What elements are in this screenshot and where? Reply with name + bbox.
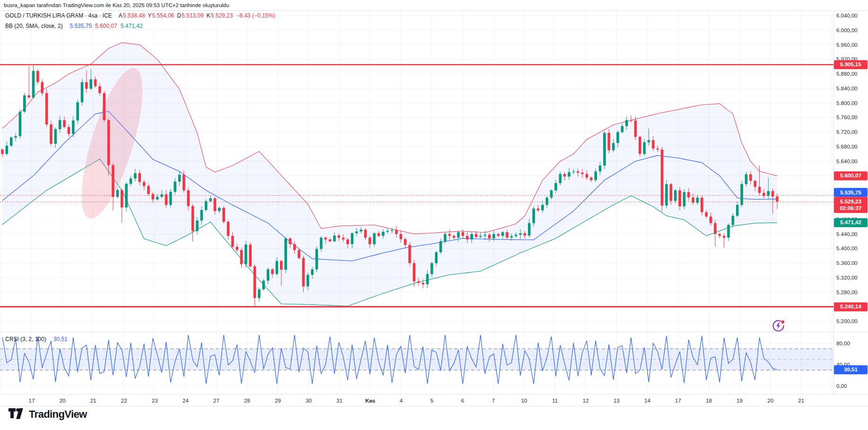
symbol-legend-item-0: GOLD / TURKISH LIRA GRAM · 4sa · ICE (5, 12, 112, 19)
price-axis-label: 5.400,00 (836, 246, 858, 251)
bb-legend-item-2: 5.600,07 (95, 23, 117, 29)
price-tag: 5.529,2302:06:37 (834, 197, 868, 213)
crsi-axis-label: 0,00 (836, 383, 847, 389)
time-axis-label: 21 (798, 398, 804, 404)
symbol-legend-item-5: D (177, 12, 181, 19)
symbol-legend-item-4: 5.554,06 (152, 12, 175, 19)
time-axis-label: 24 (183, 398, 189, 404)
time-axis-label: 4 (400, 398, 403, 404)
time-axis-label: 22 (121, 398, 127, 404)
tradingview-chart-export: busra_kapan tarafından TradingView.com i… (0, 0, 868, 430)
bb-legend-item-0: BB (20, SMA, close, 2) (5, 23, 62, 29)
axis-bottom-border (0, 406, 868, 406)
time-axis-label: 10 (521, 398, 527, 404)
time-axis-label: 17 (29, 398, 35, 404)
price-tag: 30,51 (834, 365, 868, 374)
price-tag: 5.905,15 (834, 60, 868, 69)
symbol-legend-item-1: A (119, 12, 123, 19)
time-axis-label: 20 (60, 398, 66, 404)
time-axis-label: 17 (675, 398, 681, 404)
price-axis-label: 6.040,00 (836, 13, 858, 18)
price-axis-label: 5.680,00 (836, 144, 858, 149)
price-axis-label: 5.360,00 (836, 260, 858, 266)
time-axis-label: 7 (492, 398, 495, 404)
time-axis-label: 27 (213, 398, 219, 404)
attribution-text: busra_kapan tarafından TradingView.com i… (4, 2, 229, 8)
crsi-axis-label: 80,00 (836, 341, 850, 346)
header-separator (0, 10, 868, 11)
time-axis-label: 29 (275, 398, 281, 404)
bb-indicator-legend[interactable]: BB (20, SMA, close, 2)5.535,755.600,075.… (5, 23, 143, 29)
price-axis-label: 5.800,00 (836, 100, 858, 106)
symbol-legend-item-6: 5.513,09 (182, 12, 204, 19)
price-tag: 5.240,14 (834, 302, 868, 311)
price-axis-label: 5.880,00 (836, 71, 858, 77)
axis-top-border (0, 394, 868, 395)
time-axis-label: 31 (336, 398, 342, 404)
symbol-legend[interactable]: GOLD / TURKISH LIRA GRAM · 4sa · ICEA5.5… (5, 12, 275, 19)
price-axis-label: 5.200,00 (836, 318, 858, 324)
tradingview-logo-glyph (9, 408, 25, 421)
price-axis-label: 5.840,00 (836, 86, 858, 91)
time-axis-label: 23 (152, 398, 158, 404)
price-axis-label: 6.000,00 (836, 27, 858, 33)
price-axis-label: 5.320,00 (836, 275, 858, 281)
tradingview-logo-text: TradingView (29, 408, 87, 421)
price-tag: 5.471,42 (834, 218, 868, 227)
time-axis-label: 19 (736, 398, 743, 404)
symbol-legend-item-8: 5.529,23 (211, 12, 233, 19)
price-tag: 5.600,07 (834, 171, 868, 180)
price-tag: 5.535,75 (834, 188, 868, 197)
price-axis-label: 5.760,00 (836, 114, 858, 120)
pane-separator (0, 332, 868, 332)
price-axis-label: 5.640,00 (836, 158, 858, 164)
time-axis-label: 5 (430, 398, 433, 404)
time-axis-label: 6 (461, 398, 464, 404)
flash-icon[interactable] (772, 319, 785, 333)
time-axis-label: 28 (244, 398, 250, 404)
time-axis-label: 13 (614, 398, 620, 404)
price-axis-label: 5.960,00 (836, 42, 858, 48)
time-axis-label: 11 (552, 398, 558, 404)
time-axis-label: 14 (644, 398, 650, 404)
crsi-legend-item-1: 30,51 (53, 336, 68, 342)
price-axis-label: 5.720,00 (836, 129, 858, 135)
symbol-legend-item-9: −8,43 (−0,15%) (236, 12, 275, 19)
price-axis-label: 5.280,00 (836, 290, 858, 295)
bb-legend-item-3: 5.471,42 (121, 23, 143, 29)
tradingview-logo[interactable]: TradingView (9, 408, 87, 421)
crsi-indicator-legend[interactable]: CRSI (3, 2, 100)30,51 (5, 336, 68, 342)
crsi-legend-item-0: CRSI (3, 2, 100) (5, 336, 46, 342)
time-axis-label: 20 (767, 398, 773, 404)
main-chart-canvas[interactable] (0, 0, 868, 430)
symbol-legend-item-2: 5.538,48 (123, 12, 145, 19)
time-axis-label: 18 (706, 398, 712, 404)
time-axis-label: 12 (583, 398, 589, 404)
time-axis-label: 21 (90, 398, 96, 404)
bb-legend-item-1: 5.535,75 (70, 23, 92, 29)
time-axis-label: Kas (365, 398, 375, 404)
symbol-legend-item-3: Y (148, 12, 152, 19)
price-axis-label: 5.440,00 (836, 231, 858, 237)
symbol-legend-item-7: K (207, 12, 210, 19)
time-axis-label: 30 (306, 398, 312, 404)
